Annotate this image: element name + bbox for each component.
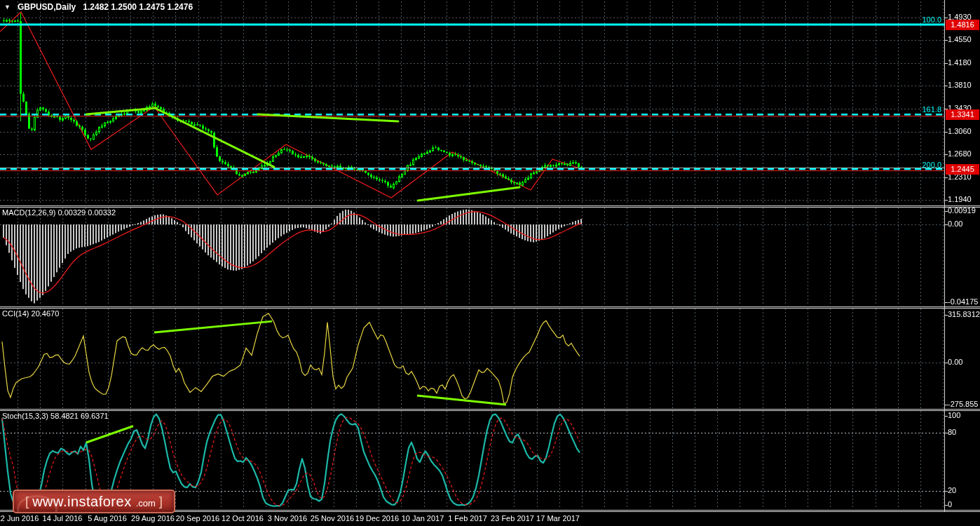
axis-tick-label: 1.4180: [948, 58, 972, 67]
logo-text: www.instaforex: [32, 494, 132, 510]
axis-tick-label: 0: [948, 500, 952, 509]
axis-tick-label: 80: [948, 428, 956, 437]
chart-title-bar: ▼ GBPUSD,Daily 1.2482 1.2500 1.2475 1.24…: [4, 2, 193, 12]
axis-tick-label: -275.855: [948, 400, 978, 409]
symbol-dropdown-icon[interactable]: ▼: [4, 4, 11, 11]
price-tag-200: 1.2445: [946, 164, 979, 175]
date-tick-label: 22 Jun 2016: [0, 514, 39, 522]
axis-tick-label: -0.04175: [948, 297, 978, 306]
chart-title-ohlc: 1.2482 1.2500 1.2475 1.2476: [83, 2, 193, 12]
date-tick-label: 29 Aug 2016: [131, 514, 175, 522]
price-tag-100: 1.4816: [946, 20, 979, 30]
axis-tick-label: 1.2680: [948, 149, 972, 159]
instaforex-logo: [ www.instaforex .com ]: [13, 490, 175, 513]
date-tick-label: 10 Jan 2017: [402, 514, 444, 522]
chart-window: ▼ GBPUSD,Daily 1.2482 1.2500 1.2475 1.24…: [0, 0, 980, 526]
logo-bracket-right: ]: [159, 494, 163, 509]
date-tick-label: 12 Oct 2016: [222, 514, 264, 522]
stoch-indicator-label: Stoch(15,3,3) 58.4821 69.6371: [2, 412, 109, 420]
fibo-level-161-label: 161.8: [922, 105, 941, 114]
date-tick-label: 25 Nov 2016: [311, 514, 354, 522]
date-tick-label: 1 Feb 2017: [448, 514, 487, 522]
axis-tick-label: 1.4550: [948, 35, 972, 44]
axis-tick-label: 0.00919: [948, 206, 976, 215]
axis-tick-label: 20: [948, 486, 956, 495]
date-tick-label: 17 Mar 2017: [536, 514, 580, 522]
date-tick-label: 20 Sep 2016: [176, 514, 219, 522]
date-tick-label: 5 Aug 2016: [88, 514, 127, 522]
axis-tick-label: 100: [948, 411, 960, 420]
macd-indicator-label: MACD(12,26,9) 0.00329 0.00332: [2, 208, 116, 217]
fibo-level-200-label: 200.0: [922, 161, 941, 169]
axis-tick-label: 1.1940: [948, 195, 972, 204]
fibo-level-100-label: 100.0: [922, 15, 941, 24]
axis-tick-label: 0.00: [948, 358, 962, 367]
logo-bracket-left: [: [25, 494, 29, 509]
chart-canvas[interactable]: [0, 0, 980, 526]
date-tick-label: 19 Dec 2016: [355, 514, 399, 522]
axis-tick-label: 1.3810: [948, 81, 972, 90]
price-tag-161: 1.3341: [946, 109, 979, 120]
date-tick-label: 3 Nov 2016: [268, 514, 307, 522]
date-tick-label: 23 Feb 2017: [491, 514, 534, 522]
date-tick-label: 14 Jul 2016: [43, 514, 83, 522]
axis-tick-label: 315.8312: [948, 310, 980, 319]
logo-domain: .com: [136, 498, 156, 508]
axis-tick-label: 0.00: [948, 220, 962, 229]
axis-tick-label: 1.3060: [948, 127, 972, 136]
cci-indicator-label: CCI(14) 20.4670: [2, 309, 59, 318]
chart-title-symbol: GBPUSD,Daily: [18, 2, 76, 12]
